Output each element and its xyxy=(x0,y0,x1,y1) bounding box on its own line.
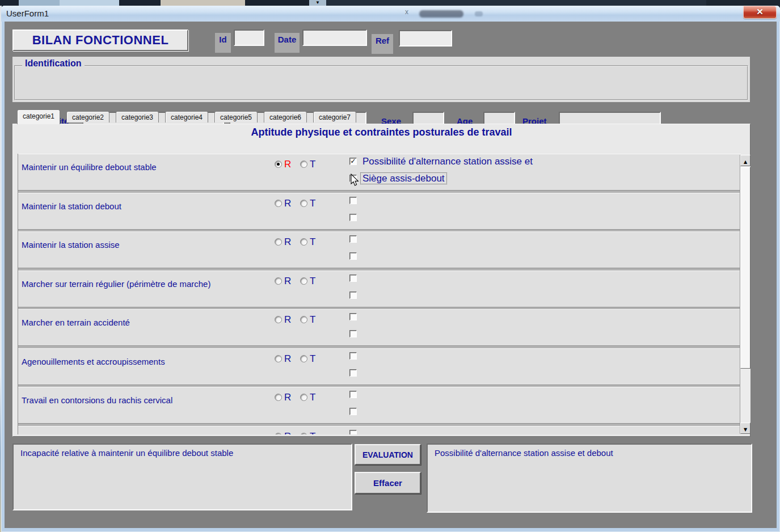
tab-categorie3[interactable]: categorie3 xyxy=(116,111,159,123)
background-window-tab xyxy=(161,0,245,6)
scroll-down-button[interactable]: ▼ xyxy=(740,423,751,434)
result-text-left: Incapacité relative à maintenir un équil… xyxy=(20,448,233,458)
checkbox-icon xyxy=(349,408,357,415)
radio-t-label: T xyxy=(310,433,315,435)
radio-r-label: R xyxy=(284,433,291,435)
radio-r-label: R xyxy=(284,200,291,207)
checkbox-option-1[interactable] xyxy=(349,313,364,320)
checkbox-option-2[interactable] xyxy=(349,214,364,221)
checkbox-label xyxy=(361,406,364,407)
evaluation-button[interactable]: EVALUATION xyxy=(355,444,421,465)
window-title: UserForm1 xyxy=(6,9,49,18)
checkbox-icon xyxy=(349,252,357,260)
checkbox-option-2[interactable] xyxy=(349,252,364,260)
scrollbar-thumb[interactable] xyxy=(740,167,751,369)
checkbox-label xyxy=(361,328,364,330)
task-label: Marcher sur terrain régulier (périmètre … xyxy=(22,279,210,289)
radio-r-option[interactable]: R xyxy=(275,394,291,401)
task-row: Marcher sur terrain régulier (périmètre … xyxy=(18,271,741,307)
background-window-fragment xyxy=(706,0,780,6)
radio-r-icon xyxy=(275,161,282,168)
id-input[interactable] xyxy=(234,29,264,46)
radio-r-option[interactable]: R xyxy=(275,238,291,246)
result-textbox-right[interactable]: Possibilité d'alternance station assise … xyxy=(427,444,752,513)
checkbox-option-2[interactable] xyxy=(349,408,364,415)
radio-r-option[interactable]: R xyxy=(275,277,291,285)
checkbox-option-1[interactable] xyxy=(349,275,364,282)
checkbox-icon xyxy=(349,197,357,204)
glass-close-artifact: x xyxy=(405,8,408,16)
ref-input[interactable] xyxy=(399,30,452,47)
checkbox-label: Possibilité d'alternance station assise … xyxy=(361,156,534,167)
radio-t-icon xyxy=(300,316,307,323)
multipage: categorie1categorie2categorie3categorie4… xyxy=(12,109,751,437)
task-row: Travail en contorsions du rachis dorsalR… xyxy=(18,426,741,435)
radio-r-label: R xyxy=(284,277,291,285)
radio-t-icon xyxy=(300,161,307,168)
checkbox-icon: ✓ xyxy=(349,158,357,165)
radio-t-option[interactable]: T xyxy=(300,238,315,246)
result-textbox-left[interactable]: Incapacité relative à maintenir un équil… xyxy=(12,444,352,510)
radio-t-icon xyxy=(300,277,307,285)
checkbox-icon xyxy=(349,391,357,398)
radio-r-label: R xyxy=(284,238,291,246)
tab-strip: categorie1categorie2categorie3categorie4… xyxy=(12,109,751,124)
radio-t-option[interactable]: T xyxy=(300,355,315,362)
radio-t-option[interactable]: T xyxy=(300,277,315,285)
radio-r-option[interactable]: R xyxy=(275,316,291,323)
radio-r-option[interactable]: R xyxy=(275,161,291,168)
checkbox-label xyxy=(361,311,364,313)
vertical-scrollbar[interactable]: ▲ ▼ xyxy=(740,155,751,434)
tab-categorie2[interactable]: categorie2 xyxy=(66,111,109,123)
tab-categorie5[interactable]: categorie5 xyxy=(214,111,258,123)
radio-r-option[interactable]: R xyxy=(275,355,291,362)
radio-t-label: T xyxy=(310,355,315,362)
checkbox-icon xyxy=(349,175,357,182)
background-window-fragment xyxy=(119,0,161,6)
background-window-fragment xyxy=(19,0,60,6)
task-label: Maintenir un équilibre debout stable xyxy=(22,162,157,172)
radio-t-option[interactable]: T xyxy=(300,433,315,435)
radio-t-option[interactable]: T xyxy=(300,161,315,168)
radio-r-option[interactable]: R xyxy=(275,433,291,435)
radio-t-label: T xyxy=(310,161,315,168)
radio-r-option[interactable]: R xyxy=(275,200,291,207)
frame-border xyxy=(14,65,748,100)
tab-categorie6[interactable]: categorie6 xyxy=(264,111,307,123)
checkbox-option-2[interactable] xyxy=(349,369,364,377)
rows-container: Maintenir un équilibre debout stableRT✓P… xyxy=(18,154,741,434)
title-bar[interactable]: UserForm1 x ✕ xyxy=(1,6,780,22)
id-label: Id xyxy=(215,33,231,53)
radio-t-option[interactable]: T xyxy=(300,316,315,323)
effacer-button[interactable]: Effacer xyxy=(355,472,421,494)
checkbox-option-1[interactable] xyxy=(349,235,364,243)
triangle-up-icon: ▲ xyxy=(744,159,747,164)
tab-categorie4[interactable]: categorie4 xyxy=(165,111,208,123)
tab-categorie7[interactable]: categorie7 xyxy=(313,111,356,123)
checkbox-option-2[interactable] xyxy=(349,292,364,299)
task-row: Marcher en terrain accidentéRT xyxy=(18,309,741,346)
checkbox-option-1[interactable] xyxy=(349,197,364,204)
checkbox-option-1[interactable] xyxy=(349,391,364,398)
checkbox-option-2[interactable] xyxy=(349,330,364,337)
checkbox-option-1[interactable]: ✓Possibilité d'alternance station assise… xyxy=(349,158,534,168)
page-title: Aptitude physique et contraintes postura… xyxy=(13,126,750,138)
date-input[interactable] xyxy=(302,29,367,46)
background-window-fragment xyxy=(60,0,119,6)
close-button[interactable]: ✕ xyxy=(743,6,777,19)
radio-t-option[interactable]: T xyxy=(300,394,315,401)
checkbox-option-2[interactable]: Siège assis-debout xyxy=(349,175,446,185)
task-label: Travail en contorsions du rachis dorsal xyxy=(22,434,167,435)
checkbox-option-1[interactable] xyxy=(349,430,364,435)
radio-r-icon xyxy=(275,277,282,285)
checkbox-label xyxy=(361,351,364,352)
tab-categorie1[interactable]: categorie1 xyxy=(17,109,60,124)
radio-t-label: T xyxy=(310,200,315,207)
checkbox-icon xyxy=(349,235,357,243)
close-icon: ✕ xyxy=(756,7,764,16)
scroll-up-button[interactable]: ▲ xyxy=(740,155,751,166)
checkbox-icon xyxy=(349,352,357,360)
checkbox-option-1[interactable] xyxy=(349,352,364,360)
radio-t-option[interactable]: T xyxy=(300,200,315,207)
checkbox-icon xyxy=(349,275,357,282)
